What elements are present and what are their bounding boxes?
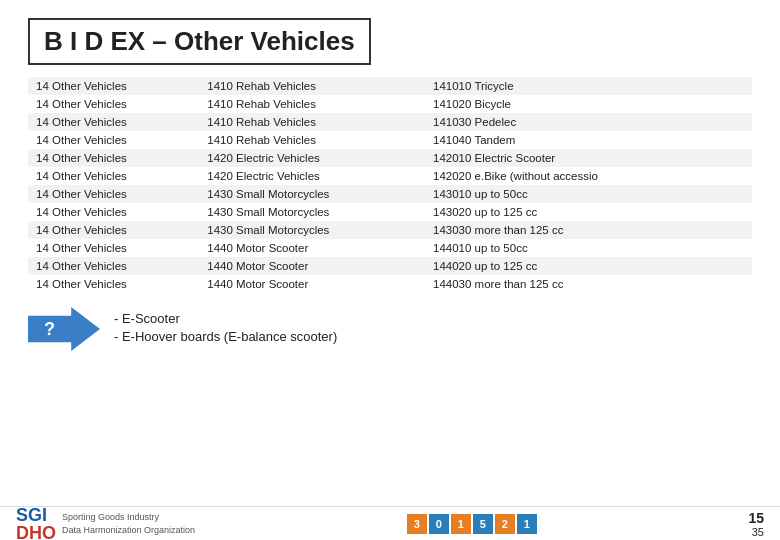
counter-box: 3 bbox=[407, 514, 427, 534]
table-cell: 142010 Electric Scooter bbox=[425, 149, 752, 167]
table-cell: 14 Other Vehicles bbox=[28, 185, 199, 203]
counter-box: 5 bbox=[473, 514, 493, 534]
logo-block: SGI DHO bbox=[16, 506, 56, 541]
org2-text: Data Harmonization Organization bbox=[62, 524, 195, 537]
counter-box: 2 bbox=[495, 514, 515, 534]
footer-org: Sporting Goods Industry Data Harmonizati… bbox=[62, 511, 195, 536]
table-cell: 14 Other Vehicles bbox=[28, 239, 199, 257]
bottom-section: ? - E-Scooter - E-Hoover boards (E-balan… bbox=[28, 307, 752, 351]
table-row: 14 Other Vehicles1440 Motor Scooter14403… bbox=[28, 275, 752, 293]
vehicles-table: 14 Other Vehicles1410 Rehab Vehicles1410… bbox=[28, 77, 752, 293]
page-sub: 35 bbox=[752, 526, 764, 538]
table-cell: 1440 Motor Scooter bbox=[199, 275, 425, 293]
bullet-list: - E-Scooter - E-Hoover boards (E-balance… bbox=[114, 311, 337, 347]
table-cell: 14 Other Vehicles bbox=[28, 203, 199, 221]
table-cell: 141020 Bicycle bbox=[425, 95, 752, 113]
table-row: 14 Other Vehicles1430 Small Motorcycles1… bbox=[28, 203, 752, 221]
footer-counter: 301521 bbox=[407, 514, 537, 534]
table-cell: 143020 up to 125 cc bbox=[425, 203, 752, 221]
counter-box: 1 bbox=[451, 514, 471, 534]
slide-title: B I D EX – Other Vehicles bbox=[28, 18, 371, 65]
table-cell: 1410 Rehab Vehicles bbox=[199, 131, 425, 149]
dho-logo: DHO bbox=[16, 524, 56, 541]
table-row: 14 Other Vehicles1410 Rehab Vehicles1410… bbox=[28, 113, 752, 131]
data-table: 14 Other Vehicles1410 Rehab Vehicles1410… bbox=[28, 77, 752, 293]
table-cell: 1440 Motor Scooter bbox=[199, 257, 425, 275]
table-cell: 14 Other Vehicles bbox=[28, 77, 199, 95]
table-cell: 14 Other Vehicles bbox=[28, 95, 199, 113]
table-row: 14 Other Vehicles1440 Motor Scooter14401… bbox=[28, 239, 752, 257]
org1-text: Sporting Goods Industry bbox=[62, 511, 195, 524]
table-cell: 14 Other Vehicles bbox=[28, 275, 199, 293]
table-cell: 1410 Rehab Vehicles bbox=[199, 95, 425, 113]
table-row: 14 Other Vehicles1430 Small Motorcycles1… bbox=[28, 185, 752, 203]
arrow-icon: ? bbox=[28, 307, 100, 351]
table-cell: 1420 Electric Vehicles bbox=[199, 149, 425, 167]
table-row: 14 Other Vehicles1430 Small Motorcycles1… bbox=[28, 221, 752, 239]
footer-right: 15 35 bbox=[748, 510, 764, 538]
table-cell: 14 Other Vehicles bbox=[28, 131, 199, 149]
table-row: 14 Other Vehicles1440 Motor Scooter14402… bbox=[28, 257, 752, 275]
table-cell: 14 Other Vehicles bbox=[28, 113, 199, 131]
table-cell: 1430 Small Motorcycles bbox=[199, 221, 425, 239]
table-cell: 1440 Motor Scooter bbox=[199, 239, 425, 257]
table-row: 14 Other Vehicles1420 Electric Vehicles1… bbox=[28, 149, 752, 167]
footer-left: SGI DHO Sporting Goods Industry Data Har… bbox=[16, 506, 195, 541]
sgi-logo: SGI bbox=[16, 506, 56, 524]
table-row: 14 Other Vehicles1420 Electric Vehicles1… bbox=[28, 167, 752, 185]
table-cell: 144010 up to 50cc bbox=[425, 239, 752, 257]
table-row: 14 Other Vehicles1410 Rehab Vehicles1410… bbox=[28, 131, 752, 149]
table-cell: 141040 Tandem bbox=[425, 131, 752, 149]
table-cell: 144030 more than 125 cc bbox=[425, 275, 752, 293]
table-cell: 14 Other Vehicles bbox=[28, 167, 199, 185]
page-number: 15 bbox=[748, 510, 764, 526]
footer: SGI DHO Sporting Goods Industry Data Har… bbox=[0, 506, 780, 540]
table-cell: 1430 Small Motorcycles bbox=[199, 203, 425, 221]
table-cell: 142020 e.Bike (without accessio bbox=[425, 167, 752, 185]
bullet-2: - E-Hoover boards (E-balance scooter) bbox=[114, 329, 337, 344]
table-cell: 144020 up to 125 cc bbox=[425, 257, 752, 275]
table-cell: 14 Other Vehicles bbox=[28, 257, 199, 275]
table-cell: 141030 Pedelec bbox=[425, 113, 752, 131]
table-cell: 14 Other Vehicles bbox=[28, 149, 199, 167]
table-row: 14 Other Vehicles1410 Rehab Vehicles1410… bbox=[28, 95, 752, 113]
table-cell: 1410 Rehab Vehicles bbox=[199, 113, 425, 131]
table-cell: 1430 Small Motorcycles bbox=[199, 185, 425, 203]
table-row: 14 Other Vehicles1410 Rehab Vehicles1410… bbox=[28, 77, 752, 95]
table-cell: 14 Other Vehicles bbox=[28, 221, 199, 239]
slide: B I D EX – Other Vehicles 14 Other Vehic… bbox=[0, 0, 780, 540]
table-cell: 143010 up to 50cc bbox=[425, 185, 752, 203]
table-cell: 143030 more than 125 cc bbox=[425, 221, 752, 239]
table-cell: 141010 Tricycle bbox=[425, 77, 752, 95]
question-mark: ? bbox=[44, 319, 55, 340]
table-cell: 1410 Rehab Vehicles bbox=[199, 77, 425, 95]
table-cell: 1420 Electric Vehicles bbox=[199, 167, 425, 185]
bullet-1: - E-Scooter bbox=[114, 311, 337, 326]
counter-box: 0 bbox=[429, 514, 449, 534]
counter-box: 1 bbox=[517, 514, 537, 534]
